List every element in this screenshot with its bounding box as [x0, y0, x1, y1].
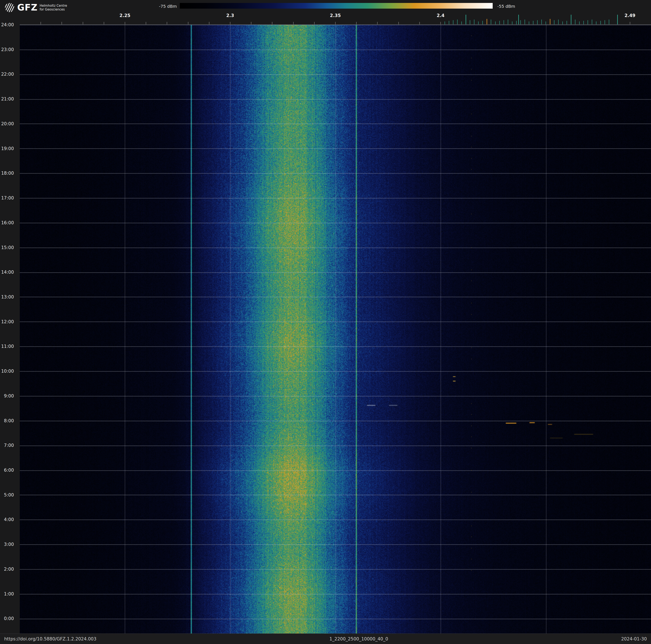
freq-minor-tick: [209, 22, 209, 24]
channel-marker-tick: [503, 20, 504, 24]
footer-doi: https://doi.org/10.5880/GFZ.1.2.2024.003: [4, 637, 96, 642]
footer-date: 2024-01-30: [621, 637, 647, 642]
channel-marker-tick: [520, 20, 521, 24]
spectrogram-canvas: [20, 25, 651, 634]
channel-marker-tick: [487, 19, 487, 24]
channel-marker-tick: [579, 22, 580, 24]
footer-dataset-id: 1_2200_2500_10000_40_0: [330, 637, 388, 642]
channel-marker-tick: [529, 22, 529, 24]
channel-marker-tick: [575, 20, 576, 24]
channel-marker-tick: [516, 21, 517, 24]
time-axis-label: 17:00: [1, 196, 14, 200]
time-axis-label: 5:00: [4, 493, 14, 497]
freq-axis-label: 2.25: [120, 13, 130, 18]
channel-marker-tick: [457, 20, 458, 24]
time-axis-label: 20:00: [1, 121, 14, 126]
colorbar-gradient: [180, 3, 493, 9]
freq-axis-label: 2.4: [437, 13, 444, 18]
freq-minor-tick: [188, 22, 188, 24]
channel-marker-tick: [554, 20, 554, 24]
channel-marker-tick: [461, 22, 462, 24]
channel-marker-tick: [592, 20, 592, 24]
time-axis-label: 13:00: [1, 295, 14, 299]
spectrogram-page: GFZ Helmholtz Centre for Geosciences -75…: [0, 0, 651, 644]
channel-marker-tick: [474, 20, 474, 24]
time-axis-label: 2:00: [4, 567, 14, 571]
channel-marker-tick: [596, 22, 596, 24]
channel-marker-tick: [541, 20, 542, 24]
freq-minor-tick: [398, 22, 399, 24]
freq-minor-tick: [420, 22, 420, 24]
freq-minor-tick: [272, 22, 272, 24]
freq-minor-tick: [356, 22, 356, 24]
channel-marker-tick: [546, 22, 546, 24]
channel-marker-tick: [518, 15, 519, 24]
time-axis-label: 3:00: [4, 542, 14, 547]
header: GFZ Helmholtz Centre for Geosciences -75…: [0, 0, 651, 25]
channel-marker-tick: [533, 21, 533, 24]
channel-marker-tick: [444, 22, 445, 24]
freq-minor-tick: [125, 22, 125, 24]
time-axis-label: 19:00: [1, 146, 14, 151]
logo-subtitle-line1: Helmholtz Centre: [40, 4, 67, 7]
channel-marker-tick: [508, 20, 508, 24]
time-axis-label: 9:00: [4, 394, 14, 398]
time-axis-label: 16:00: [1, 221, 14, 225]
time-axis-label: 12:00: [1, 320, 14, 324]
logo-subtitle-line2: for Geosciences: [40, 7, 67, 11]
time-axis-label: 21:00: [1, 97, 14, 101]
footer: https://doi.org/10.5880/GFZ.1.2.2024.003…: [0, 634, 651, 644]
freq-minor-tick: [230, 22, 230, 24]
time-axis-label: 11:00: [1, 344, 14, 349]
time-axis-label: 4:00: [4, 518, 14, 522]
freq-minor-tick: [62, 22, 62, 24]
freq-minor-tick: [146, 22, 146, 24]
channel-marker-tick: [558, 20, 559, 24]
freq-minor-tick: [104, 22, 104, 24]
time-axis-label: 15:00: [1, 245, 14, 250]
channel-marker-tick: [583, 21, 584, 24]
channel-marker-tick: [562, 22, 563, 24]
logo-text: GFZ Helmholtz Centre for Geosciences: [17, 3, 67, 12]
channel-marker-tick: [483, 21, 483, 24]
channel-marker-tick: [470, 20, 470, 24]
channel-marker-tick: [571, 15, 571, 24]
time-axis: 24:0023:0022:0021:0020:0019:0018:0017:00…: [0, 0, 20, 634]
freq-minor-tick: [630, 22, 630, 24]
channel-marker-tick: [478, 22, 478, 24]
freq-minor-tick: [40, 22, 41, 24]
time-axis-label: 10:00: [1, 369, 14, 374]
channel-marker-tick: [466, 15, 466, 24]
time-axis-label: 22:00: [1, 72, 14, 77]
channel-marker-tick: [491, 20, 491, 24]
colorbar-min-label: -75 dBm: [148, 4, 177, 9]
channel-marker-tick: [495, 22, 496, 24]
logo-acronym: GFZ: [17, 3, 38, 12]
freq-axis-label: 2.35: [330, 13, 341, 18]
time-axis-label: 23:00: [1, 47, 14, 52]
time-axis-label: 14:00: [1, 270, 14, 274]
freq-minor-tick: [377, 22, 378, 24]
channel-marker-tick: [600, 21, 601, 24]
freq-axis-label: 2.3: [226, 13, 234, 18]
freq-minor-tick: [335, 22, 336, 24]
channel-marker-tick: [588, 20, 588, 24]
channel-marker-tick: [604, 20, 605, 24]
channel-marker-tick: [609, 20, 609, 24]
freq-axis-label: 2.49: [624, 13, 636, 18]
freq-minor-tick: [167, 22, 167, 24]
time-axis-label: 1:00: [4, 592, 14, 596]
time-axis-label: 24:00: [1, 23, 14, 27]
channel-marker-tick: [449, 21, 449, 24]
channel-marker-tick: [550, 19, 550, 24]
channel-marker-tick: [499, 21, 500, 24]
freq-minor-tick: [83, 22, 83, 24]
freq-minor-tick: [293, 22, 293, 24]
freq-minor-tick: [251, 22, 251, 24]
channel-marker-tick: [566, 21, 567, 24]
channel-marker-tick: [453, 20, 454, 24]
time-axis-label: 0:00: [4, 616, 14, 621]
channel-marker-tick: [537, 20, 537, 24]
time-axis-label: 7:00: [4, 443, 14, 448]
time-axis-label: 6:00: [4, 468, 14, 472]
